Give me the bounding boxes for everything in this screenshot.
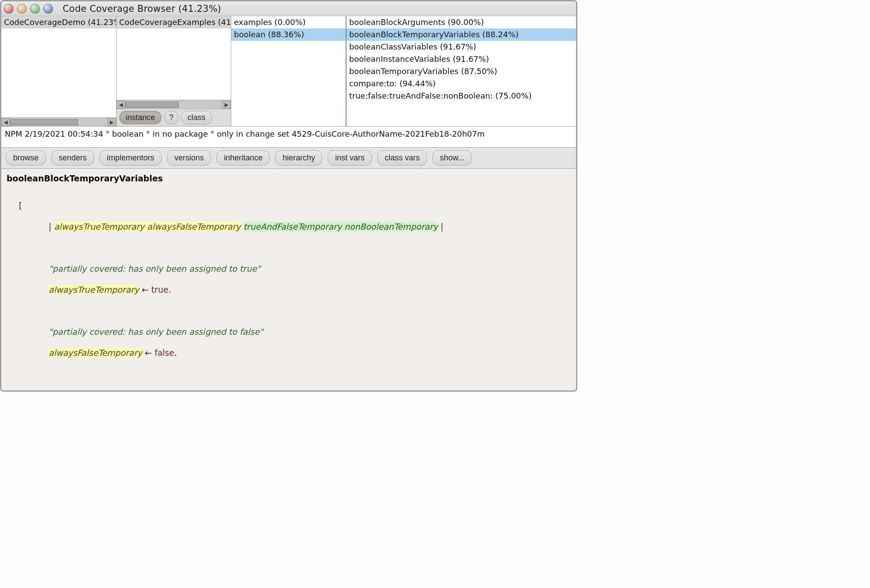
protocols-list[interactable]: examples (0.00%) boolean (88.36%) xyxy=(231,16,346,126)
list-item[interactable]: true:false:trueAndFalse:nonBoolean: (75.… xyxy=(347,90,576,102)
instance-button[interactable]: instance xyxy=(119,111,162,124)
temp-decl-full: trueAndFalseTemporary nonBooleanTemporar… xyxy=(244,222,438,231)
senders-button[interactable]: senders xyxy=(51,150,94,166)
methods-list[interactable]: booleanBlockArguments (90.00%) booleanBl… xyxy=(347,16,576,126)
var-ref: alwaysTrueTemporary xyxy=(49,285,139,294)
list-item[interactable]: booleanTemporaryVariables (87.50%) xyxy=(347,65,576,78)
scroll-thumb[interactable] xyxy=(125,102,179,108)
comment: "fully covered: has been assigned to bot… xyxy=(49,390,286,390)
pipe: | xyxy=(49,222,51,231)
packages-list[interactable]: CodeCoverageDemo (41.23%) xyxy=(1,16,116,117)
scroll-right-icon[interactable]: ▶ xyxy=(107,118,116,126)
list-item[interactable]: compare:to: (94.44%) xyxy=(347,78,576,90)
maximize-icon[interactable] xyxy=(30,4,40,14)
show-button[interactable]: show... xyxy=(432,150,472,166)
source-pane[interactable]: booleanBlockTemporaryVariables [ | alway… xyxy=(1,169,576,390)
source-code[interactable]: [ | alwaysTrueTemporary alwaysFalseTempo… xyxy=(7,190,571,390)
literal-true: true xyxy=(151,285,168,294)
list-item[interactable]: CodeCoverageDemo (41.23%) xyxy=(1,16,116,28)
class-vars-button[interactable]: class vars xyxy=(377,150,427,166)
list-item[interactable]: examples (0.00%) xyxy=(231,16,346,28)
method-title: booleanBlockTemporaryVariables xyxy=(7,173,571,184)
titlebar: Code Coverage Browser (41.23%) xyxy=(1,1,576,16)
hscrollbar[interactable]: ◀ ▶ xyxy=(117,100,231,109)
versions-button[interactable]: versions xyxy=(167,150,211,166)
list-item[interactable]: boolean (88.36%) xyxy=(231,28,346,41)
assign-arrow-icon: ← xyxy=(139,285,151,294)
list-item[interactable]: booleanClassVariables (91.67%) xyxy=(347,41,576,53)
comment: "partially covered: has only been assign… xyxy=(49,264,261,273)
classes-list[interactable]: CodeCoverageExamples (41.23%) xyxy=(117,16,231,100)
open-bracket: [ xyxy=(19,201,22,210)
dot: . xyxy=(174,348,177,358)
side-switch: instance ? class xyxy=(117,109,231,126)
hscrollbar[interactable]: ◀ ▶ xyxy=(1,117,116,126)
close-icon[interactable] xyxy=(4,4,14,14)
window-title: Code Coverage Browser (41.23%) xyxy=(63,4,221,14)
toolbar: browse senders implementors versions inh… xyxy=(1,148,576,169)
code-coverage-window: Code Coverage Browser (41.23%) CodeCover… xyxy=(0,0,577,392)
scroll-left-icon[interactable]: ◀ xyxy=(1,118,10,126)
classes-pane: CodeCoverageExamples (41.23%) ◀ ▶ instan… xyxy=(116,16,231,126)
scroll-left-icon[interactable]: ◀ xyxy=(117,101,125,109)
class-button[interactable]: class xyxy=(181,111,212,124)
pipe: | xyxy=(441,222,443,231)
browser-panes: CodeCoverageDemo (41.23%) ◀ ▶ CodeCovera… xyxy=(1,16,576,127)
packages-pane: CodeCoverageDemo (41.23%) ◀ ▶ xyxy=(1,16,116,126)
list-item[interactable]: CodeCoverageExamples (41.23%) xyxy=(117,16,231,28)
scroll-thumb[interactable] xyxy=(10,119,78,125)
literal-false: false xyxy=(155,348,174,358)
var-ref: alwaysFalseTemporary xyxy=(49,348,142,358)
comment: "partially covered: has only been assign… xyxy=(49,327,263,337)
protocols-pane: examples (0.00%) boolean (88.36%) xyxy=(231,16,346,126)
scroll-right-icon[interactable]: ▶ xyxy=(222,101,231,109)
inst-vars-button[interactable]: inst vars xyxy=(328,150,372,166)
scroll-track[interactable] xyxy=(10,119,107,125)
list-item[interactable]: booleanBlockArguments (90.00%) xyxy=(347,16,576,28)
list-item[interactable]: booleanBlockTemporaryVariables (88.24%) xyxy=(347,28,576,41)
temp-decl-partial: alwaysTrueTemporary alwaysFalseTemporary xyxy=(54,222,240,231)
status-bar: NPM 2/19/2021 00:54:34 ° boolean ° in no… xyxy=(1,127,576,148)
implementors-button[interactable]: implementors xyxy=(99,150,162,166)
methods-pane: booleanBlockArguments (90.00%) booleanBl… xyxy=(346,16,576,126)
minimize-icon[interactable] xyxy=(17,4,27,14)
list-item[interactable]: booleanInstanceVariables (91.67%) xyxy=(347,53,576,65)
scroll-track[interactable] xyxy=(125,102,222,108)
menu-icon[interactable] xyxy=(43,4,53,14)
assign-arrow-icon: ← xyxy=(142,348,155,358)
hierarchy-button[interactable]: hierarchy xyxy=(275,150,322,166)
dot: . xyxy=(168,285,171,294)
meta-button[interactable]: ? xyxy=(164,111,178,124)
inheritance-button[interactable]: inheritance xyxy=(216,150,270,166)
browse-button[interactable]: browse xyxy=(6,150,46,166)
